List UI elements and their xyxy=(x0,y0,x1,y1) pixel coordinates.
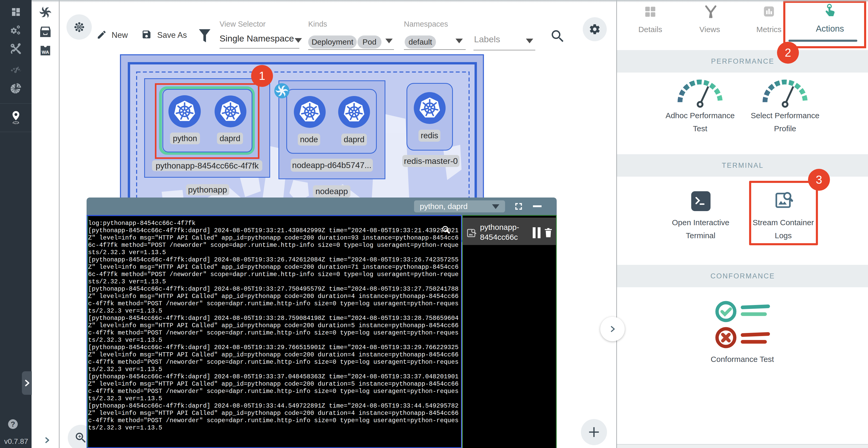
svg-text:WA: WA xyxy=(41,50,49,55)
